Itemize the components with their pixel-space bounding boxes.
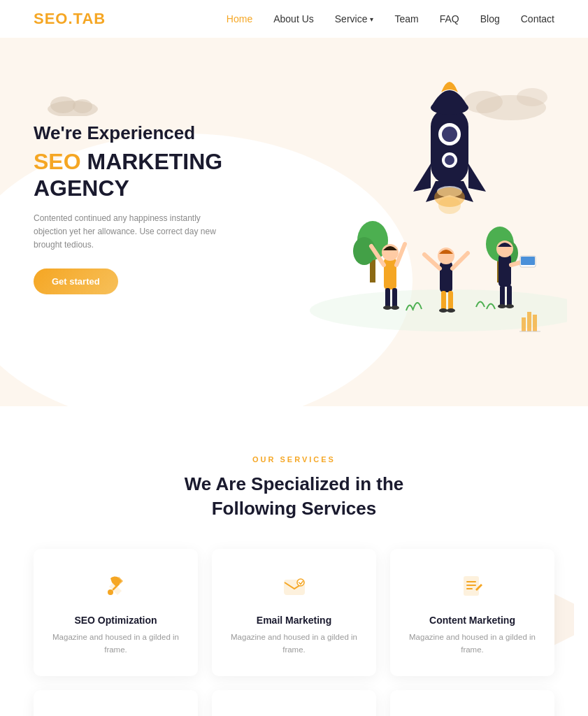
svg-point-14: [438, 197, 461, 214]
nav-item-home[interactable]: Home: [227, 13, 252, 25]
svg-point-26: [383, 306, 392, 310]
services-title-line1: We Are Specialized in the: [185, 473, 404, 494]
nav-link-home[interactable]: Home: [227, 13, 252, 24]
service-card-competitor: Competitor Research Magazine and housed …: [390, 690, 554, 716]
services-title: We Are Specialized in the Following Serv…: [162, 472, 427, 521]
svg-point-42: [498, 304, 506, 308]
get-started-button[interactable]: Get started: [34, 268, 118, 294]
service-desc-seo: Magazine and housed in a gilded in frame…: [48, 631, 184, 657]
svg-rect-49: [533, 315, 537, 331]
hero-title-orange: SEO: [34, 149, 81, 174]
service-card-content: Content Marketing Magazine and housed in…: [390, 549, 554, 676]
service-name-seo: SEO Optimization: [48, 615, 184, 626]
service-card-email: Email Marketing Magazine and housed in a…: [212, 549, 376, 676]
svg-point-35: [447, 308, 455, 313]
svg-rect-38: [499, 255, 511, 287]
svg-line-36: [424, 255, 440, 268]
hero-title: SEO MARKETING AGENCY: [34, 148, 299, 202]
nav-item-service[interactable]: Service: [335, 13, 374, 24]
service-name-email: Email Marketing: [226, 615, 362, 626]
service-desc-email: Magazine and housed in a gilded in frame…: [226, 631, 362, 657]
logo-seo: SEO: [34, 10, 68, 27]
svg-point-53: [108, 589, 113, 595]
services-label: OUR SERVICES: [34, 455, 554, 464]
nav-link-blog[interactable]: Blog: [480, 13, 500, 24]
nav-link-contact[interactable]: Contact: [521, 13, 554, 24]
svg-line-37: [452, 253, 468, 268]
svg-rect-6: [431, 108, 468, 185]
service-card-seo: SEO Optimization Magazine and housed in …: [34, 549, 198, 676]
svg-point-34: [439, 308, 447, 313]
svg-rect-47: [522, 317, 526, 331]
service-card-reporting: Reporting & Analysis Magazine and housed…: [212, 690, 376, 716]
hero-content: We're Experienced SEO MARKETING AGENCY C…: [34, 80, 299, 294]
services-grid: SEO Optimization Magazine and housed in …: [34, 549, 554, 716]
nav-item-contact[interactable]: Contact: [521, 13, 554, 25]
svg-point-43: [505, 304, 514, 308]
content-icon: [404, 574, 540, 605]
svg-point-11: [445, 155, 454, 165]
service-desc-content: Magazine and housed in a gilded in frame…: [404, 631, 540, 657]
svg-rect-46: [521, 257, 535, 265]
nav-link-team[interactable]: Team: [394, 13, 418, 24]
svg-rect-30: [440, 262, 452, 292]
svg-rect-40: [500, 285, 505, 306]
logo-dot: .: [68, 10, 73, 27]
nav-item-faq[interactable]: FAQ: [440, 13, 459, 25]
svg-rect-25: [392, 288, 397, 308]
nav-link-about[interactable]: About Us: [273, 13, 314, 24]
logo-tab: TAB: [73, 10, 106, 27]
services-title-line2: Following Services: [212, 498, 377, 519]
svg-point-5: [517, 88, 547, 106]
service-name-content: Content Marketing: [404, 615, 540, 626]
nav-item-blog[interactable]: Blog: [480, 13, 500, 25]
nav-item-about[interactable]: About Us: [273, 13, 314, 25]
service-card-social: Social Marketing Magazine and housed in …: [34, 690, 198, 716]
svg-point-9: [442, 127, 457, 142]
hero-section: We're Experienced SEO MARKETING AGENCY C…: [0, 38, 588, 406]
hero-description: Contented continued any happiness instan…: [34, 212, 229, 252]
nav-item-team[interactable]: Team: [394, 13, 418, 25]
svg-point-4: [464, 91, 503, 113]
svg-rect-41: [507, 285, 512, 306]
services-section: OUR SERVICES We Are Specialized in the F…: [0, 406, 588, 716]
svg-rect-22: [384, 258, 396, 289]
seo-icon: [48, 574, 184, 605]
email-icon: [226, 574, 362, 605]
nav-link-faq[interactable]: FAQ: [440, 13, 459, 24]
nav-links: Home About Us Service Team FAQ Blog Cont…: [227, 13, 554, 25]
svg-rect-33: [448, 291, 453, 310]
navbar: SEO.TAB Home About Us Service Team FAQ B…: [0, 0, 588, 38]
svg-rect-32: [441, 291, 446, 310]
svg-rect-48: [527, 312, 531, 331]
hero-subtitle: We're Experienced: [34, 122, 299, 145]
logo[interactable]: SEO.TAB: [34, 10, 106, 28]
nav-link-service[interactable]: Service: [335, 13, 368, 24]
svg-rect-24: [385, 288, 390, 308]
hero-illustration: [273, 52, 567, 359]
svg-point-27: [391, 306, 399, 310]
